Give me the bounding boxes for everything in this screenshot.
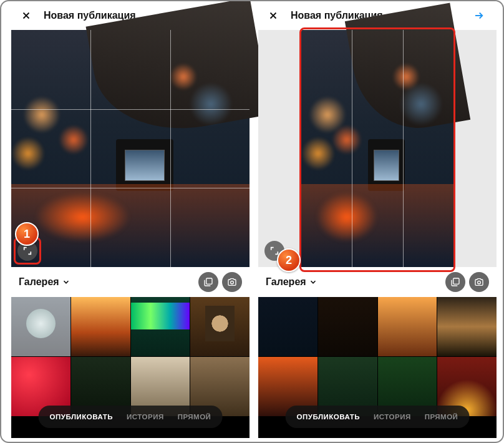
svg-rect-2	[453, 278, 459, 284]
preview-image	[301, 30, 453, 267]
expand-icon	[22, 246, 32, 256]
mode-publish[interactable]: ОПУБЛИКОВАТЬ	[50, 413, 113, 421]
camera-icon	[474, 277, 484, 287]
annotation-step-1: 1	[15, 222, 39, 246]
gallery-thumb[interactable]	[131, 297, 190, 356]
close-button[interactable]	[20, 9, 32, 22]
gallery-label: Галерея	[19, 276, 59, 288]
phone-right: Новая публикация 2 Галерея	[258, 1, 497, 438]
gallery-thumb[interactable]	[258, 297, 317, 356]
gallery-grid: ОПУБЛИКОВАТЬ ИСТОРИЯ ПРЯМОЙ	[11, 297, 250, 438]
arrow-right-icon	[471, 10, 487, 21]
preview-image	[11, 30, 250, 267]
multi-select-button[interactable]	[445, 272, 465, 292]
close-button[interactable]	[267, 9, 279, 22]
close-icon	[21, 10, 32, 21]
gallery-thumb[interactable]	[437, 297, 497, 356]
gallery-thumb[interactable]	[190, 297, 250, 356]
gallery-thumb[interactable]	[378, 297, 437, 356]
photo-preview[interactable]: 1	[11, 30, 250, 267]
svg-rect-0	[206, 278, 212, 284]
gallery-picker[interactable]: Галерея	[19, 276, 195, 288]
gallery-picker[interactable]: Галерея	[266, 276, 442, 288]
photo-preview[interactable]: 2	[258, 30, 497, 267]
gallery-thumb[interactable]	[11, 297, 70, 356]
mode-story[interactable]: ИСТОРИЯ	[127, 413, 164, 421]
mode-story[interactable]: ИСТОРИЯ	[374, 413, 411, 421]
gallery-label: Галерея	[266, 276, 306, 288]
mode-live[interactable]: ПРЯМОЙ	[425, 413, 458, 421]
svg-point-3	[478, 281, 481, 284]
source-row: Галерея	[11, 267, 250, 297]
multi-select-button[interactable]	[198, 272, 218, 292]
mode-publish[interactable]: ОПУБЛИКОВАТЬ	[297, 413, 360, 421]
close-icon	[268, 10, 279, 21]
svg-point-1	[231, 281, 234, 284]
tutorial-composite: Новая публикация 1 Галерея	[0, 0, 504, 443]
camera-button[interactable]	[222, 272, 242, 292]
gallery-thumb[interactable]	[71, 297, 130, 356]
chevron-down-icon	[62, 278, 70, 286]
phone-left: Новая публикация 1 Галерея	[11, 1, 250, 438]
mode-pill: ОПУБЛИКОВАТЬ ИСТОРИЯ ПРЯМОЙ	[286, 406, 470, 428]
stack-icon	[450, 277, 460, 287]
gallery-thumb[interactable]	[318, 297, 377, 356]
annotation-step-2: 2	[277, 248, 301, 272]
gallery-grid: ОПУБЛИКОВАТЬ ИСТОРИЯ ПРЯМОЙ	[258, 297, 497, 438]
mode-pill: ОПУБЛИКОВАТЬ ИСТОРИЯ ПРЯМОЙ	[39, 406, 223, 428]
chevron-down-icon	[309, 278, 317, 286]
mode-live[interactable]: ПРЯМОЙ	[178, 413, 211, 421]
camera-button[interactable]	[469, 272, 489, 292]
camera-icon	[227, 277, 237, 287]
next-button[interactable]	[470, 9, 488, 22]
source-row: Галерея	[258, 267, 497, 297]
stack-icon	[203, 277, 213, 287]
